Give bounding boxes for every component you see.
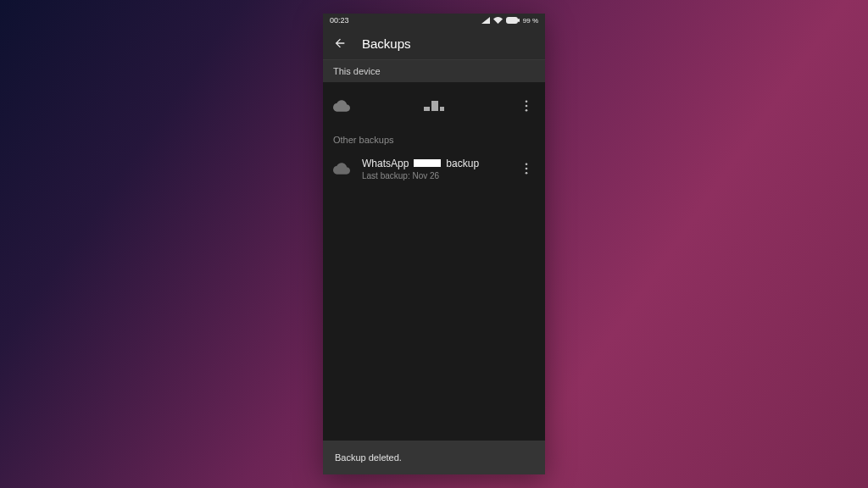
redacted-device-name — [424, 101, 444, 111]
section-this-device: This device — [323, 60, 545, 82]
snackbar-text: Backup deleted. — [335, 452, 402, 463]
whatsapp-title-suffix: backup — [446, 158, 479, 169]
battery-icon — [506, 17, 520, 24]
section-other-backups: Other backups — [323, 130, 545, 150]
backup-row-whatsapp[interactable]: WhatsApp backup Last backup: Nov 26 — [323, 150, 545, 192]
svg-point-4 — [526, 109, 528, 112]
whatsapp-title-prefix: WhatsApp — [362, 158, 409, 169]
snackbar: Backup deleted. — [323, 441, 545, 474]
cloud-icon — [333, 163, 350, 175]
status-indicators: 99 % — [481, 17, 538, 25]
page-title: Backups — [362, 36, 411, 51]
svg-rect-0 — [506, 17, 518, 24]
svg-point-2 — [526, 100, 528, 103]
device-more-button[interactable] — [518, 94, 535, 118]
battery-percent: 99 % — [523, 17, 538, 25]
whatsapp-more-button[interactable] — [518, 157, 535, 180]
wifi-icon — [493, 17, 503, 24]
more-vert-icon — [525, 163, 528, 175]
status-bar: 00:23 99 % — [323, 14, 545, 27]
cloud-icon — [333, 100, 350, 112]
status-time: 00:23 — [330, 16, 349, 25]
back-button[interactable] — [333, 36, 347, 50]
svg-point-7 — [526, 172, 528, 175]
redacted-phone — [414, 159, 441, 167]
content-area: Other backups WhatsApp backup Last backu… — [323, 82, 545, 441]
backup-device-label — [362, 101, 506, 111]
app-bar: Backups — [323, 27, 545, 60]
svg-rect-1 — [518, 19, 520, 22]
whatsapp-title: WhatsApp backup — [362, 158, 506, 169]
svg-point-3 — [526, 105, 528, 108]
whatsapp-subtitle: Last backup: Nov 26 — [362, 171, 506, 180]
svg-point-6 — [526, 168, 528, 170]
signal-icon — [481, 17, 490, 24]
arrow-left-icon — [333, 36, 347, 50]
backup-row-device[interactable] — [323, 82, 545, 130]
svg-point-5 — [526, 163, 528, 165]
more-vert-icon — [525, 100, 528, 112]
phone-frame: 00:23 99 % Backups This device — [323, 14, 545, 474]
